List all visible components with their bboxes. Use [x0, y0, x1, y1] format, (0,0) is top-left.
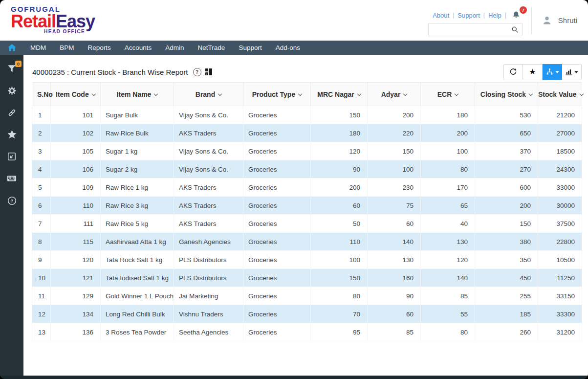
nav-item-support[interactable]: Support — [232, 41, 268, 55]
table-cell: 55 — [421, 305, 475, 323]
notifications-bell-button[interactable]: 7 — [512, 10, 523, 20]
table-cell: 450 — [475, 269, 538, 287]
table-row[interactable]: 8115Aashirvaad Atta 1 kgGanesh AgenciesG… — [32, 233, 582, 251]
user-menu[interactable]: Shruti — [531, 7, 588, 34]
table-cell: 31200 — [538, 323, 582, 341]
table-cell: 110 — [311, 233, 368, 251]
table-row[interactable]: 4106Sugar 2 kgVijay Sons & Co.Groceries9… — [32, 160, 582, 178]
column-header-product-type[interactable]: Product Type — [243, 83, 311, 106]
table-row[interactable]: 7111Raw Rice 5 kgAKS TradersGroceries506… — [32, 215, 582, 233]
sort-chevron-icon — [91, 91, 95, 95]
help-link[interactable]: Help — [488, 12, 501, 19]
hierarchy-caret-icon — [555, 71, 559, 73]
table-cell: 33150 — [538, 287, 582, 305]
table-cell: 115 — [51, 233, 101, 251]
nav-item-nettrade[interactable]: NetTrade — [191, 41, 232, 55]
chart-view-button[interactable] — [562, 64, 582, 80]
column-header-brand[interactable]: Brand — [174, 83, 243, 106]
user-name: Shruti — [558, 16, 577, 24]
report-table-wrap: S.No Item Code Item Name Brand Product T… — [23, 80, 588, 341]
table-cell: 130 — [421, 233, 475, 251]
table-cell: 140 — [421, 269, 475, 287]
report-help-icon[interactable]: ? — [193, 68, 201, 76]
left-sidebar: 0 — [0, 55, 23, 376]
search-icon[interactable] — [508, 26, 522, 33]
search-input[interactable] — [429, 26, 508, 33]
nav-item-bpm[interactable]: BPM — [53, 41, 81, 55]
column-header-mrc-nagar[interactable]: MRC Nagar — [311, 83, 368, 106]
table-cell: 200 — [311, 178, 368, 197]
nav-item-admin[interactable]: Admin — [158, 41, 191, 55]
table-row[interactable]: 1101Sugar BulkVijay Sons & Co.Groceries1… — [32, 106, 582, 124]
column-header-item-name[interactable]: Item Name — [101, 83, 174, 106]
filter-button[interactable]: 0 — [6, 64, 18, 73]
table-row[interactable]: 3105Sugar 1 kgVijay Sons & Co.Groceries1… — [32, 142, 582, 160]
table-cell: 65 — [421, 197, 475, 215]
table-row[interactable]: 12134Long Red Chilli BulkVishnu TradersG… — [32, 305, 582, 323]
table-cell: PLS Distributors — [174, 269, 243, 287]
table-cell: 150 — [311, 269, 368, 287]
table-row[interactable]: 11129Gold Winner 1 L PouchJai MarketingG… — [32, 287, 582, 305]
table-cell: 40 — [421, 215, 475, 233]
top-links: About | Support | Help | 7 — [433, 10, 523, 20]
column-header-ecr[interactable]: ECR — [421, 83, 475, 106]
about-link[interactable]: About — [433, 12, 449, 19]
app-header: GOFRUGAL RetailEasy HEAD OFFICE About | … — [0, 0, 588, 41]
column-header-adyar[interactable]: Adyar — [368, 83, 421, 106]
keyboard-icon — [7, 175, 17, 182]
favorites-button[interactable] — [6, 130, 18, 139]
settings-button[interactable] — [6, 86, 18, 95]
filter-badge: 0 — [15, 61, 22, 67]
table-cell: 140 — [368, 233, 421, 251]
table-cell: 200 — [421, 124, 475, 142]
column-header-stock-value[interactable]: Stock Value — [538, 83, 582, 106]
table-cell: Tata Rock Salt 1 kg — [101, 251, 174, 269]
table-row[interactable]: 10121Tata Iodised Salt 1 kgPLS Distribut… — [32, 269, 582, 287]
nav-item-addons[interactable]: Add-ons — [269, 41, 307, 55]
help-button[interactable]: ? — [6, 196, 18, 205]
table-row[interactable]: 9120Tata Rock Salt 1 kgPLS DistributorsG… — [32, 251, 582, 269]
nav-item-accounts[interactable]: Accounts — [118, 41, 159, 55]
table-cell: 109 — [51, 178, 101, 197]
refresh-button[interactable] — [503, 64, 523, 80]
export-window-button[interactable] — [6, 152, 18, 161]
table-cell: 11250 — [538, 269, 582, 287]
table-cell: 106 — [51, 160, 101, 178]
table-cell: Jai Marketing — [174, 287, 243, 305]
table-row[interactable]: 131363 Roses Tea PowderSeetha AgenciesGr… — [32, 323, 582, 341]
table-cell: Aashirvaad Atta 1 kg — [101, 233, 174, 251]
table-row[interactable]: 2102Raw Rice BulkAKS TradersGroceries180… — [32, 124, 582, 142]
sort-chevron-icon — [218, 91, 222, 95]
link-shortcuts-button[interactable] — [6, 108, 18, 117]
column-header-item-code[interactable]: Item Code — [51, 83, 101, 106]
keyboard-shortcuts-button[interactable] — [6, 174, 18, 183]
table-cell: 10 — [32, 269, 51, 287]
table-cell: 100 — [311, 251, 368, 269]
support-link[interactable]: Support — [457, 12, 480, 19]
table-cell: 120 — [51, 251, 101, 269]
table-cell: Groceries — [243, 142, 311, 160]
table-cell: 180 — [311, 124, 368, 142]
home-button[interactable] — [0, 41, 23, 55]
table-cell: 120 — [421, 251, 475, 269]
export-window-icon — [7, 152, 16, 161]
nav-item-reports[interactable]: Reports — [81, 41, 118, 55]
column-header-sno: S.No — [32, 83, 51, 106]
table-cell: 9 — [32, 251, 51, 269]
hierarchy-view-button[interactable] — [543, 64, 562, 80]
table-row[interactable]: 5109Raw Rice 1 kgAKS TradersGroceries200… — [32, 178, 582, 197]
table-cell: 22800 — [538, 233, 582, 251]
report-dashboard-icon[interactable]: + — [205, 68, 213, 75]
table-row[interactable]: 6110Raw Rice 3 kgAKS TradersGroceries607… — [32, 197, 582, 215]
table-cell: 111 — [51, 215, 101, 233]
table-cell: 150 — [311, 106, 368, 124]
favorite-button[interactable]: ★ — [523, 64, 543, 80]
table-cell: 270 — [475, 160, 538, 178]
report-table: S.No Item Code Item Name Brand Product T… — [32, 82, 582, 341]
column-header-closing-stock[interactable]: Closing Stock — [475, 83, 538, 106]
app-logo[interactable]: GOFRUGAL RetailEasy HEAD OFFICE — [0, 0, 156, 41]
table-cell: Groceries — [243, 305, 311, 323]
nav-item-mdm[interactable]: MDM — [23, 41, 53, 55]
report-toolbar: ★ — [503, 64, 582, 80]
table-cell: Groceries — [243, 160, 311, 178]
